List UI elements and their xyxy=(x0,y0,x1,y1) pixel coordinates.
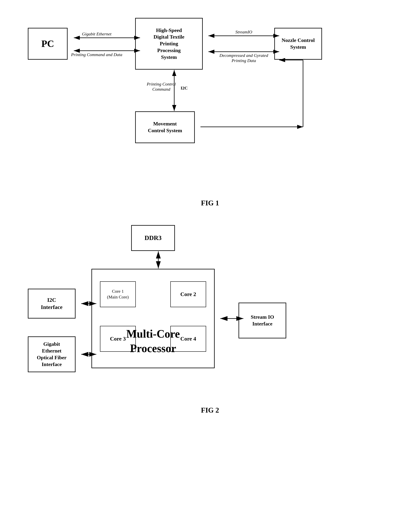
svg-text:Printing Data: Printing Data xyxy=(231,58,256,63)
svg-text:StreamIO: StreamIO xyxy=(235,29,252,34)
svg-text:Printing Command and Data: Printing Command and Data xyxy=(71,52,122,57)
svg-text:I2C: I2C xyxy=(181,85,188,91)
svg-text:Decompressed and Gyrated: Decompressed and Gyrated xyxy=(219,53,268,58)
pc-label: PC xyxy=(41,38,54,50)
gigabit-box: Gigabit Ethernet Optical Fiber Interface xyxy=(28,336,76,372)
core1-label: Core 1 (Main Core) xyxy=(107,289,129,300)
svg-text:Gigabit Ethernet: Gigabit Ethernet xyxy=(82,31,112,36)
ncs-label: Nozzle Control System xyxy=(282,37,315,50)
mcs-box: Movement Control System xyxy=(135,111,195,143)
hsdtps-box: High-Speed Digital Textile Printing Proc… xyxy=(135,18,203,70)
multicore-label: Multi-Core Processor xyxy=(92,327,214,356)
multicore-box: Core 1 (Main Core) Core 2 Core 3 Core 4 … xyxy=(91,269,215,368)
gigabit-label: Gigabit Ethernet Optical Fiber Interface xyxy=(37,341,66,368)
core1-box: Core 1 (Main Core) xyxy=(100,281,136,307)
multicore-text: Multi-Core Processor xyxy=(126,328,180,354)
mcs-label: Movement Control System xyxy=(148,120,182,134)
pc-box: PC xyxy=(28,28,68,60)
ddr3-box: DDR3 xyxy=(131,225,175,251)
streamio-label: Stream IO Interface xyxy=(251,314,274,327)
ddr3-label: DDR3 xyxy=(145,234,161,242)
fig1-caption: FIG 1 xyxy=(16,199,404,207)
streamio-box: Stream IO Interface xyxy=(238,303,286,338)
i2c-interface-box: I2C Interface xyxy=(28,289,76,318)
ncs-box: Nozzle Control System xyxy=(274,28,322,60)
fig2-diagram: DDR3 Core 1 (Main Core) Core 2 Core 3 Co… xyxy=(16,219,404,398)
hsdtps-label: High-Speed Digital Textile Printing Proc… xyxy=(154,27,184,61)
fig1-arrows: Gigabit Ethernet Printing Command and Da… xyxy=(16,12,404,191)
svg-text:Printing Control: Printing Control xyxy=(147,82,176,86)
i2c-label: I2C Interface xyxy=(41,296,63,311)
fig1-diagram: PC High-Speed Digital Textile Printing P… xyxy=(16,12,404,191)
svg-text:Command: Command xyxy=(152,87,170,92)
core2-label: Core 2 xyxy=(180,291,196,298)
core2-box: Core 2 xyxy=(170,281,206,307)
fig2-caption: FIG 2 xyxy=(16,406,404,414)
